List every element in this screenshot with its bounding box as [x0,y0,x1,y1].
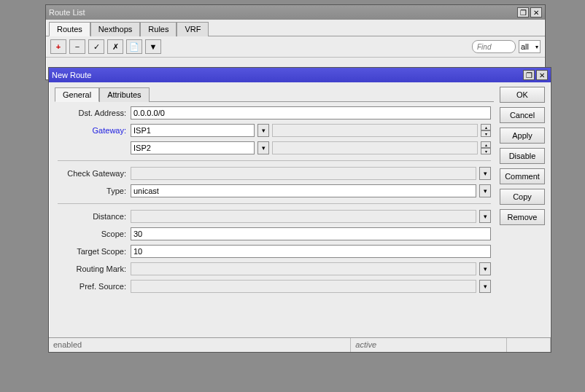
status-bar: enabled active [49,337,551,352]
enable-icon[interactable]: ✓ [88,39,104,54]
new-route-titlebar: New Route ❐ ✕ [49,68,551,82]
comment-button[interactable]: Comment [500,168,545,184]
gateway2-status [272,141,478,154]
label-dst: Dst. Address: [58,109,131,117]
new-route-title: New Route [52,71,91,79]
label-pref-source: Pref. Source: [58,282,131,291]
route-list-tabs: Routes Nexthops Rules VRF [46,21,545,36]
general-form: Dst. Address: Gateway: ▾ ▴▾ [55,102,494,302]
ok-button[interactable]: OK [500,87,545,103]
gateway1-status [272,124,478,137]
disable-button[interactable]: Disable [500,148,545,164]
new-route-tabs: General Attributes [55,87,494,102]
add-icon[interactable]: + [50,39,66,54]
comment-icon[interactable]: 📄 [126,39,142,54]
close-icon[interactable]: ✕ [530,7,542,17]
gateway2-input[interactable] [131,141,255,154]
status-active: active [351,338,507,352]
route-list-toolbar: + − ✓ ✗ 📄 ▼ all▾ [46,36,545,58]
new-route-window: New Route ❐ ✕ General Attributes Dst. Ad… [48,67,551,353]
routing-mark-expand-icon[interactable]: ▾ [479,262,491,275]
tab-attributes[interactable]: Attributes [99,87,149,102]
remove-icon[interactable]: − [69,39,85,54]
tab-rules[interactable]: Rules [140,22,177,36]
copy-button[interactable]: Copy [500,189,545,205]
label-routing-mark: Routing Mark: [58,264,131,273]
button-column: OK Cancel Apply Disable Comment Copy Rem… [500,82,551,302]
label-type: Type: [58,187,131,195]
cancel-button[interactable]: Cancel [500,107,545,123]
close-icon[interactable]: ✕ [536,70,548,80]
restore-icon[interactable]: ❐ [523,70,535,80]
pref-source-expand-icon[interactable]: ▾ [479,280,491,293]
route-list-title: Route List [49,8,85,17]
dst-address-input[interactable] [131,106,491,119]
check-gateway-input[interactable] [131,167,476,180]
scope-input[interactable] [131,227,491,240]
filter-all-select[interactable]: all▾ [519,40,541,53]
route-list-titlebar: Route List ❐ ✕ [46,5,545,20]
label-scope: Scope: [58,230,131,238]
restore-icon[interactable]: ❐ [517,7,529,17]
disable-icon[interactable]: ✗ [107,39,123,54]
label-distance: Distance: [58,212,131,221]
status-enabled: enabled [49,338,351,352]
gateway1-dropdown-icon[interactable]: ▾ [257,124,269,137]
find-input[interactable] [472,40,516,53]
type-input[interactable] [131,184,476,197]
distance-expand-icon[interactable]: ▾ [479,210,491,223]
routing-mark-input[interactable] [131,262,476,275]
gateway-reorder[interactable]: ▴▾ [481,124,491,137]
tab-general[interactable]: General [55,87,99,102]
tab-vrf[interactable]: VRF [177,22,209,36]
label-gateway: Gateway: [58,126,131,135]
gateway1-input[interactable] [131,124,255,137]
tab-routes[interactable]: Routes [49,22,90,36]
gateway2-dropdown-icon[interactable]: ▾ [257,141,269,154]
pref-source-input[interactable] [131,280,476,293]
distance-input[interactable] [131,210,476,223]
apply-button[interactable]: Apply [500,128,545,144]
check-gateway-expand-icon[interactable]: ▾ [479,167,491,180]
tab-nexthops[interactable]: Nexthops [90,22,140,36]
filter-icon[interactable]: ▼ [145,39,161,54]
status-empty [507,338,551,352]
gateway-reorder2[interactable]: ▴▾ [481,141,491,154]
label-check-gateway: Check Gateway: [58,169,131,178]
remove-button[interactable]: Remove [500,209,545,225]
target-scope-input[interactable] [131,245,491,258]
type-dropdown-icon[interactable]: ▾ [479,184,491,197]
label-target-scope: Target Scope: [58,247,131,256]
